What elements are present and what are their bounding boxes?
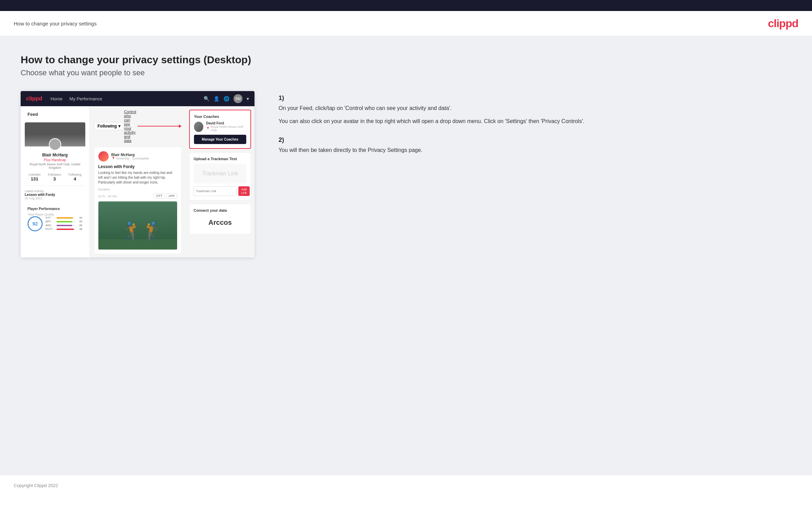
connect-card: Connect your data Arccos (189, 204, 251, 234)
globe-icon[interactable]: 🌐 (224, 96, 229, 101)
bar-row: PUTT 96 (45, 228, 83, 231)
header: How to change your privacy settings clip… (0, 11, 812, 37)
stat-followers: Followers 3 (48, 173, 61, 181)
post-title: Lesson with Fordy (98, 164, 177, 169)
instruction-number-2: 2) (279, 136, 791, 144)
quality-row: 92 OTT 90 APP 85 ARG 86 PUTT 96 (28, 216, 83, 231)
post-card: Blair McHarg 📍 Yesterday · Sunningdale L… (94, 147, 182, 254)
search-icon[interactable]: 🔍 (204, 96, 209, 101)
bar-row: APP 85 (45, 220, 83, 223)
instruction-2: 2)You will then be taken directly to the… (279, 136, 791, 155)
post-description: Looking to feel like my hands are exitin… (98, 170, 177, 185)
profile-stats: Activities 131 Followers 3 Following 4 (25, 173, 85, 181)
profile-avatar-area (25, 122, 85, 146)
stat-followers-label: Followers (48, 173, 61, 176)
app-sidebar: Feed Blair McHarg Plus Handicap Royal No… (21, 106, 90, 257)
bar-track (56, 217, 75, 219)
bar-fill (56, 229, 74, 230)
bar-fill (56, 221, 72, 222)
coach-name: David Ford (206, 121, 246, 125)
tag-app: APP (166, 193, 177, 199)
stat-following-value: 4 (68, 176, 82, 181)
post-user: Blair McHarg 📍 Yesterday · Sunningdale (98, 151, 177, 162)
instruction-text-2: You will then be taken directly to the P… (279, 146, 791, 155)
footer-copyright: Copyright Clippd 2022 (14, 483, 58, 488)
player-performance: Player Performance Total Player Quality … (25, 204, 85, 234)
connect-title: Connect your data (194, 208, 247, 212)
logo: clippd (768, 17, 798, 30)
profile-club: Royal North Devon Golf Club, United King… (25, 163, 85, 169)
content-layout: clippd Home My Performance 🔍 👤 🌐 BM ▾ Fe (21, 91, 791, 257)
feed-main: Following ▾ Control who can see your act… (90, 106, 186, 257)
bar-value: 85 (76, 220, 83, 223)
coaches-title: Your Coaches (194, 114, 246, 119)
app-nav-links: Home My Performance (51, 96, 204, 101)
post-duration-value: 01 hr : 30 min (98, 195, 117, 198)
coach-info: David Ford 📍 Royal North Devon Golf Club (206, 121, 246, 132)
following-button[interactable]: Following ▾ (94, 122, 124, 130)
profile-avatar (49, 138, 61, 151)
bar-fill (56, 225, 72, 226)
footer: Copyright Clippd 2022 (0, 475, 812, 495)
post-location: 📍 Yesterday · Sunningdale (111, 157, 149, 160)
nav-home[interactable]: Home (51, 96, 63, 101)
following-label: Following (98, 124, 117, 129)
app-screenshot: clippd Home My Performance 🔍 👤 🌐 BM ▾ Fe (21, 91, 255, 257)
header-title: How to change your privacy settings (14, 21, 97, 26)
bar-track (56, 229, 75, 230)
app-nav-logo: clippd (26, 96, 42, 102)
user-icon[interactable]: 👤 (214, 96, 219, 101)
bar-track (56, 221, 75, 222)
app-nav: clippd Home My Performance 🔍 👤 🌐 BM ▾ (21, 91, 255, 106)
post-username: Blair McHarg (111, 153, 149, 157)
profile-name: Blair McHarg (25, 153, 85, 157)
page-heading: How to change your privacy settings (Des… (21, 54, 791, 66)
feed-tab[interactable]: Feed (25, 110, 85, 118)
trackman-card: Upload a Trackman Test Trackman Link Add… (189, 152, 251, 200)
feed-header-wrapper: Following ▾ Control who can see your act… (94, 110, 182, 143)
add-link-button[interactable]: Add Link (238, 186, 250, 196)
chevron-down-icon: ▾ (118, 124, 120, 129)
post-image: 🏌️ 🏌️ (98, 201, 177, 250)
annotation-arrow (179, 124, 182, 128)
trackman-placeholder: Trackman Link (194, 164, 247, 184)
profile-handicap: Plus Handicap (25, 158, 85, 162)
latest-activity-label: Latest Activity (25, 189, 85, 193)
bar-row: OTT 90 (45, 216, 83, 219)
coaches-card: Your Coaches David Ford 📍 Royal North De… (189, 110, 251, 149)
post-duration-label: Duration (98, 188, 177, 191)
bar-label: OTT (45, 216, 55, 219)
page-subheading: Choose what you want people to see (21, 68, 791, 77)
post-avatar (98, 151, 109, 162)
stat-following: Following 4 (68, 173, 82, 181)
instructions-panel: 1)On your Feed, click/tap on 'Control wh… (268, 91, 791, 166)
instruction-number-1: 1) (279, 95, 791, 102)
instruction-1: 1)On your Feed, click/tap on 'Control wh… (279, 95, 791, 125)
app-body: Feed Blair McHarg Plus Handicap Royal No… (21, 106, 255, 257)
arccos-brand: Arccos (194, 215, 247, 230)
trackman-input[interactable] (194, 186, 237, 196)
post-tags: OTT APP (154, 193, 177, 199)
chevron-down-icon[interactable]: ▾ (247, 96, 249, 101)
stat-activities: Activities 131 (29, 173, 41, 181)
quality-score: 92 (28, 216, 43, 231)
avatar[interactable]: BM (234, 94, 242, 103)
nav-my-performance[interactable]: My Performance (69, 96, 102, 101)
golfer-silhouette-1: 🏌️ (119, 221, 140, 241)
quality-bars: OTT 90 APP 85 ARG 86 PUTT 96 (45, 216, 83, 231)
stat-activities-value: 131 (29, 176, 41, 181)
stat-followers-value: 3 (48, 176, 61, 181)
annotation-line (138, 126, 179, 126)
golfer-silhouette-2: 🏌️ (142, 221, 163, 241)
manage-coaches-button[interactable]: Manage Your Coaches (194, 135, 246, 144)
stat-following-label: Following (68, 173, 82, 176)
bar-value: 96 (76, 228, 83, 231)
app-nav-icons: 🔍 👤 🌐 BM ▾ (204, 94, 249, 103)
app-right-sidebar: Your Coaches David Ford 📍 Royal North De… (186, 106, 255, 257)
bar-value: 90 (76, 216, 83, 219)
trackman-title: Upload a Trackman Test (194, 157, 247, 161)
coach-club: 📍 Royal North Devon Golf Club (206, 125, 246, 132)
bar-fill (56, 217, 73, 219)
bar-track (56, 225, 75, 226)
control-link[interactable]: Control who can see your activity and da… (124, 110, 136, 143)
